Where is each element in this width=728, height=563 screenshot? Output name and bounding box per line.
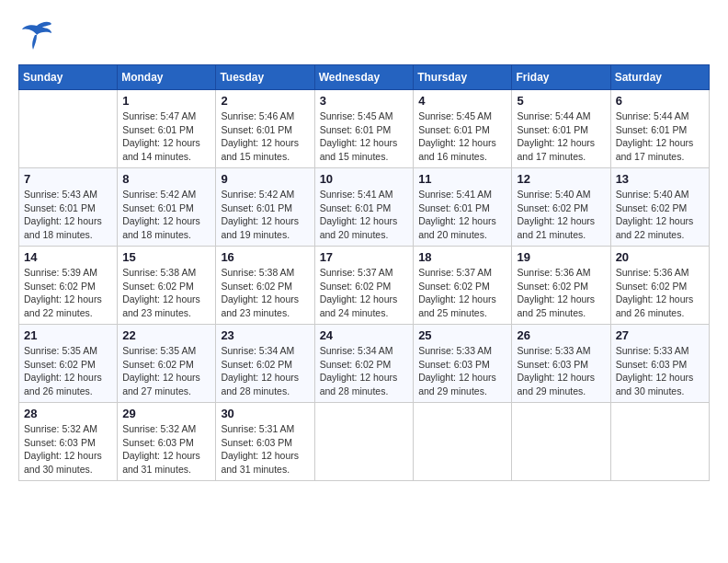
- day-number: 26: [517, 328, 605, 342]
- day-info: Sunrise: 5:45 AM Sunset: 6:01 PM Dayligh…: [320, 109, 409, 164]
- day-info: Sunrise: 5:45 AM Sunset: 6:01 PM Dayligh…: [418, 109, 506, 164]
- day-number: 24: [320, 328, 409, 342]
- day-info: Sunrise: 5:33 AM Sunset: 6:03 PM Dayligh…: [418, 344, 506, 398]
- calendar-day-header: Monday: [118, 65, 216, 90]
- day-info: Sunrise: 5:38 AM Sunset: 6:02 PM Dayligh…: [221, 266, 309, 320]
- calendar-cell: 25Sunrise: 5:33 AM Sunset: 6:03 PM Dayli…: [414, 325, 512, 403]
- calendar-cell: 5Sunrise: 5:44 AM Sunset: 6:01 PM Daylig…: [512, 90, 610, 168]
- day-number: 21: [24, 328, 112, 342]
- calendar-cell: [414, 403, 512, 481]
- calendar-week-row: 21Sunrise: 5:35 AM Sunset: 6:02 PM Dayli…: [19, 325, 710, 403]
- day-number: 29: [122, 407, 210, 420]
- day-info: Sunrise: 5:35 AM Sunset: 6:02 PM Dayligh…: [122, 344, 210, 398]
- day-info: Sunrise: 5:33 AM Sunset: 6:03 PM Dayligh…: [517, 344, 605, 398]
- day-number: 6: [616, 94, 704, 108]
- calendar-day-header: Wednesday: [314, 65, 414, 90]
- day-info: Sunrise: 5:47 AM Sunset: 6:01 PM Dayligh…: [122, 109, 210, 164]
- day-info: Sunrise: 5:31 AM Sunset: 6:03 PM Dayligh…: [221, 422, 309, 477]
- day-number: 19: [517, 250, 605, 264]
- calendar-cell: 17Sunrise: 5:37 AM Sunset: 6:02 PM Dayli…: [314, 247, 414, 325]
- calendar-cell: 20Sunrise: 5:36 AM Sunset: 6:02 PM Dayli…: [610, 247, 709, 325]
- day-info: Sunrise: 5:46 AM Sunset: 6:01 PM Dayligh…: [221, 109, 309, 164]
- logo-icon: [18, 18, 55, 55]
- day-info: Sunrise: 5:38 AM Sunset: 6:02 PM Dayligh…: [122, 266, 210, 320]
- calendar-week-row: 28Sunrise: 5:32 AM Sunset: 6:03 PM Dayli…: [19, 403, 710, 481]
- day-info: Sunrise: 5:42 AM Sunset: 6:01 PM Dayligh…: [122, 188, 210, 242]
- calendar-day-header: Sunday: [19, 65, 118, 90]
- calendar-cell: 1Sunrise: 5:47 AM Sunset: 6:01 PM Daylig…: [118, 90, 216, 168]
- day-number: 1: [122, 94, 210, 108]
- day-info: Sunrise: 5:37 AM Sunset: 6:02 PM Dayligh…: [320, 266, 409, 320]
- calendar-cell: 18Sunrise: 5:37 AM Sunset: 6:02 PM Dayli…: [414, 247, 512, 325]
- day-number: 4: [418, 94, 506, 108]
- day-number: 13: [616, 172, 704, 186]
- calendar-cell: 27Sunrise: 5:33 AM Sunset: 6:03 PM Dayli…: [610, 325, 709, 403]
- day-info: Sunrise: 5:32 AM Sunset: 6:03 PM Dayligh…: [122, 422, 210, 477]
- calendar-cell: 15Sunrise: 5:38 AM Sunset: 6:02 PM Dayli…: [118, 247, 216, 325]
- day-info: Sunrise: 5:37 AM Sunset: 6:02 PM Dayligh…: [418, 266, 506, 320]
- day-info: Sunrise: 5:44 AM Sunset: 6:01 PM Dayligh…: [616, 109, 704, 164]
- calendar-cell: 9Sunrise: 5:42 AM Sunset: 6:01 PM Daylig…: [216, 168, 314, 247]
- logo: [18, 18, 57, 55]
- calendar-table: SundayMondayTuesdayWednesdayThursdayFrid…: [18, 64, 710, 481]
- calendar-week-row: 1Sunrise: 5:47 AM Sunset: 6:01 PM Daylig…: [19, 90, 710, 168]
- calendar-cell: 2Sunrise: 5:46 AM Sunset: 6:01 PM Daylig…: [216, 90, 314, 168]
- day-info: Sunrise: 5:35 AM Sunset: 6:02 PM Dayligh…: [24, 344, 112, 398]
- calendar-cell: 11Sunrise: 5:41 AM Sunset: 6:01 PM Dayli…: [414, 168, 512, 247]
- day-info: Sunrise: 5:43 AM Sunset: 6:01 PM Dayligh…: [24, 188, 112, 242]
- day-number: 16: [221, 250, 309, 264]
- calendar-day-header: Friday: [512, 65, 610, 90]
- calendar-cell: 23Sunrise: 5:34 AM Sunset: 6:02 PM Dayli…: [216, 325, 314, 403]
- calendar-week-row: 14Sunrise: 5:39 AM Sunset: 6:02 PM Dayli…: [19, 247, 710, 325]
- calendar-cell: 24Sunrise: 5:34 AM Sunset: 6:02 PM Dayli…: [314, 325, 414, 403]
- calendar-cell: 29Sunrise: 5:32 AM Sunset: 6:03 PM Dayli…: [118, 403, 216, 481]
- day-number: 30: [221, 407, 309, 420]
- day-number: 23: [221, 328, 309, 342]
- day-number: 14: [24, 250, 112, 264]
- calendar-cell: 3Sunrise: 5:45 AM Sunset: 6:01 PM Daylig…: [314, 90, 414, 168]
- day-info: Sunrise: 5:40 AM Sunset: 6:02 PM Dayligh…: [616, 188, 704, 242]
- day-info: Sunrise: 5:44 AM Sunset: 6:01 PM Dayligh…: [517, 109, 605, 164]
- day-info: Sunrise: 5:36 AM Sunset: 6:02 PM Dayligh…: [616, 266, 704, 320]
- day-info: Sunrise: 5:41 AM Sunset: 6:01 PM Dayligh…: [320, 188, 409, 242]
- calendar-cell: 30Sunrise: 5:31 AM Sunset: 6:03 PM Dayli…: [216, 403, 314, 481]
- day-number: 22: [122, 328, 210, 342]
- calendar-cell: 19Sunrise: 5:36 AM Sunset: 6:02 PM Dayli…: [512, 247, 610, 325]
- day-info: Sunrise: 5:41 AM Sunset: 6:01 PM Dayligh…: [418, 188, 506, 242]
- calendar-cell: 8Sunrise: 5:42 AM Sunset: 6:01 PM Daylig…: [118, 168, 216, 247]
- calendar-cell: [512, 403, 610, 481]
- day-number: 12: [517, 172, 605, 186]
- day-number: 8: [122, 172, 210, 186]
- calendar-cell: [19, 90, 118, 168]
- day-number: 5: [517, 94, 605, 108]
- day-number: 15: [122, 250, 210, 264]
- day-number: 11: [418, 172, 506, 186]
- calendar-cell: 16Sunrise: 5:38 AM Sunset: 6:02 PM Dayli…: [216, 247, 314, 325]
- day-info: Sunrise: 5:42 AM Sunset: 6:01 PM Dayligh…: [221, 188, 309, 242]
- calendar-cell: 13Sunrise: 5:40 AM Sunset: 6:02 PM Dayli…: [610, 168, 709, 247]
- day-info: Sunrise: 5:36 AM Sunset: 6:02 PM Dayligh…: [517, 266, 605, 320]
- calendar-cell: 7Sunrise: 5:43 AM Sunset: 6:01 PM Daylig…: [19, 168, 118, 247]
- calendar-day-header: Thursday: [414, 65, 512, 90]
- calendar-header-row: SundayMondayTuesdayWednesdayThursdayFrid…: [19, 65, 710, 90]
- calendar-cell: 26Sunrise: 5:33 AM Sunset: 6:03 PM Dayli…: [512, 325, 610, 403]
- day-number: 10: [320, 172, 409, 186]
- day-info: Sunrise: 5:39 AM Sunset: 6:02 PM Dayligh…: [24, 266, 112, 320]
- calendar-cell: 28Sunrise: 5:32 AM Sunset: 6:03 PM Dayli…: [19, 403, 118, 481]
- day-info: Sunrise: 5:34 AM Sunset: 6:02 PM Dayligh…: [320, 344, 409, 398]
- day-number: 7: [24, 172, 112, 186]
- calendar-cell: 4Sunrise: 5:45 AM Sunset: 6:01 PM Daylig…: [414, 90, 512, 168]
- page-header: [18, 18, 710, 55]
- calendar-cell: [314, 403, 414, 481]
- day-number: 3: [320, 94, 409, 108]
- calendar-cell: [610, 403, 709, 481]
- day-info: Sunrise: 5:34 AM Sunset: 6:02 PM Dayligh…: [221, 344, 309, 398]
- day-number: 17: [320, 250, 409, 264]
- day-number: 27: [616, 328, 704, 342]
- calendar-day-header: Saturday: [610, 65, 709, 90]
- calendar-day-header: Tuesday: [216, 65, 314, 90]
- calendar-cell: 10Sunrise: 5:41 AM Sunset: 6:01 PM Dayli…: [314, 168, 414, 247]
- day-number: 28: [24, 407, 112, 420]
- calendar-cell: 6Sunrise: 5:44 AM Sunset: 6:01 PM Daylig…: [610, 90, 709, 168]
- day-number: 25: [418, 328, 506, 342]
